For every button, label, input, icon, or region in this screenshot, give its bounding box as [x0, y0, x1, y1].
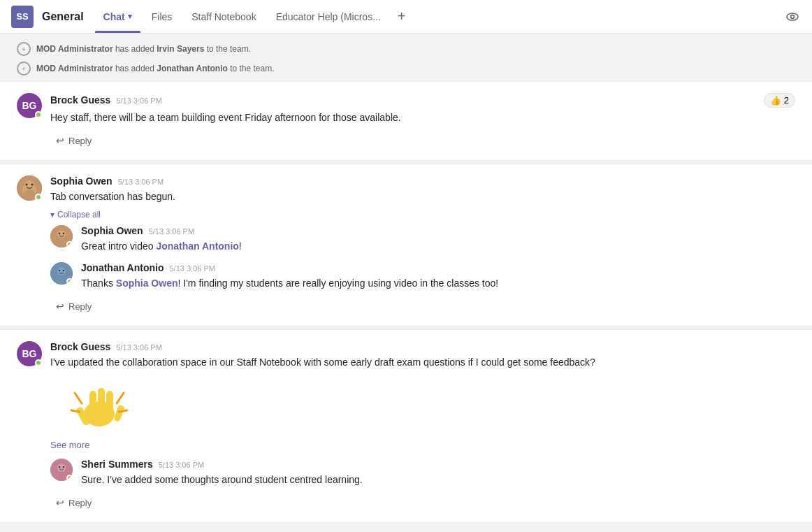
svg-point-17 — [56, 275, 67, 282]
add-member-icon: + — [17, 42, 31, 56]
collapse-all-button[interactable]: ▾ Collapse all — [50, 210, 795, 220]
tab-files[interactable]: Files — [143, 0, 181, 33]
svg-line-26 — [71, 410, 80, 412]
thread-reply-sophia: Sophia Owen 5/13 3:06 PM Great intro vid… — [50, 225, 795, 254]
message-author-brock2: Brock Guess — [50, 341, 110, 352]
reply-arrow-icon-3: ↩ — [56, 497, 64, 508]
thread-author-jonathan: Jonathan Antonio — [81, 262, 164, 273]
svg-point-1 — [791, 15, 795, 18]
svg-point-7 — [24, 189, 35, 198]
avatar-sophia — [17, 175, 42, 201]
thread-author-sheri: Sheri Summers — [81, 459, 153, 470]
reply-section-1: ↩ Reply — [50, 132, 795, 149]
header: SS General Chat ▾ Files Staff Notebook E… — [0, 0, 812, 34]
avatar-brock-1: BG — [17, 93, 42, 118]
add-member-icon-2: + — [17, 62, 31, 76]
thread-text-sheri: Sure. I've added some thoughts around st… — [81, 473, 795, 487]
avatar-brock-2: BG — [17, 341, 42, 366]
svg-rect-22 — [106, 391, 113, 413]
svg-point-6 — [31, 184, 34, 186]
system-message-1: + MOD Administrator has added Irvin Saye… — [0, 39, 812, 59]
message-time-sophia: 5/13 3:06 PM — [118, 178, 164, 186]
sticker-wrap — [50, 375, 795, 434]
svg-line-27 — [119, 410, 127, 412]
message-text-1: Hey staff, there will be a team building… — [50, 110, 795, 125]
thread-avatar-sheri — [50, 459, 73, 481]
svg-point-15 — [59, 270, 60, 271]
thread-time-sophia: 5/13 3:06 PM — [149, 227, 194, 236]
thread-text-sophia: Great intro video Jonathan Antonio! — [81, 239, 795, 254]
message-row-1: BG Brock Guess 5/13 3:06 PM 👍 2 Hey staf… — [17, 93, 795, 125]
thread-avatar-jonathan — [50, 262, 73, 285]
user-avatar: SS — [11, 6, 34, 28]
svg-point-30 — [59, 466, 60, 468]
message-time-brock2: 5/13 3:06 PM — [116, 343, 161, 352]
reply-button-1[interactable]: ↩ Reply — [50, 132, 97, 149]
message-row-3: BG Brock Guess 5/13 3:06 PM I've updated… — [17, 341, 795, 450]
svg-line-25 — [117, 393, 124, 403]
thread-replies-3: Sheri Summers 5/13 3:06 PM Sure. I've ad… — [50, 459, 795, 487]
thread-status-sophia — [66, 241, 73, 247]
reply-arrow-icon-2: ↩ — [56, 301, 64, 312]
tab-staff-notebook[interactable]: Staff Notebook — [183, 0, 264, 33]
thread-text-jonathan: Thanks Sophia Owen! I'm finding my stude… — [81, 276, 795, 291]
message-group-3: BG Brock Guess 5/13 3:06 PM I've updated… — [0, 329, 812, 523]
status-indicator — [35, 194, 42, 201]
message-time: 5/13 3:06 PM — [116, 96, 161, 105]
message-author-sophia: Sophia Owen — [50, 175, 113, 187]
reaction-thumbsup[interactable]: 👍 2 — [764, 93, 795, 108]
svg-point-29 — [57, 463, 66, 472]
status-indicator-brock2 — [35, 359, 42, 366]
reply-section-3: ↩ Reply — [50, 494, 795, 511]
tab-chat[interactable]: Chat ▾ — [95, 0, 140, 33]
svg-point-9 — [57, 230, 66, 238]
message-content-1: Brock Guess 5/13 3:06 PM 👍 2 Hey staff, … — [50, 93, 795, 125]
thread-avatar-sophia — [50, 225, 73, 247]
reply-button-3[interactable]: ↩ Reply — [50, 494, 97, 511]
header-tabs: Chat ▾ Files Staff Notebook Educator Hel… — [95, 0, 406, 33]
svg-rect-20 — [89, 391, 96, 413]
svg-point-11 — [63, 233, 64, 234]
channel-name: General — [42, 10, 84, 23]
svg-point-31 — [63, 466, 64, 468]
message-author: Brock Guess — [50, 94, 110, 106]
thread-replies-2: Sophia Owen 5/13 3:06 PM Great intro vid… — [50, 225, 795, 291]
thread-status-jonathan — [66, 278, 73, 285]
svg-point-32 — [56, 471, 67, 478]
svg-point-14 — [57, 267, 66, 275]
see-more-button[interactable]: See more — [50, 440, 795, 450]
message-group-2: Sophia Owen 5/13 3:06 PM Tab conversatio… — [0, 164, 812, 326]
message-text-2: Tab conversation has begun. — [50, 189, 795, 204]
tab-educator-help[interactable]: Educator Help (Micros... — [268, 0, 389, 33]
status-indicator — [35, 111, 42, 118]
thread-author-sophia: Sophia Owen — [81, 225, 143, 236]
svg-line-24 — [75, 393, 82, 403]
eye-icon[interactable] — [784, 8, 801, 25]
reply-button-2[interactable]: ↩ Reply — [50, 298, 97, 315]
chat-area: + MOD Administrator has added Irvin Saye… — [0, 34, 812, 532]
add-tab-button[interactable]: + — [398, 8, 406, 24]
svg-point-10 — [59, 233, 60, 234]
svg-rect-21 — [98, 388, 105, 413]
reply-arrow-icon: ↩ — [56, 135, 64, 146]
svg-point-16 — [63, 270, 64, 271]
message-group-1: BG Brock Guess 5/13 3:06 PM 👍 2 Hey staf… — [0, 81, 812, 161]
message-row-2: Sophia Owen 5/13 3:06 PM Tab conversatio… — [17, 175, 795, 204]
thread-time-jonathan: 5/13 3:06 PM — [169, 264, 215, 273]
svg-point-0 — [787, 13, 798, 20]
thread-reply-jonathan: Jonathan Antonio 5/13 3:06 PM Thanks Sop… — [50, 262, 795, 291]
mention-jonathan: Jonathan Antonio — [156, 240, 238, 252]
svg-point-5 — [26, 184, 28, 186]
svg-rect-23 — [113, 404, 125, 422]
thread-status-sheri — [66, 475, 73, 481]
system-message-2: + MOD Administrator has added Jonathan A… — [0, 59, 812, 78]
svg-point-12 — [56, 238, 67, 245]
message-content-3: Brock Guess 5/13 3:06 PM I've updated th… — [50, 341, 795, 450]
message-content-2: Sophia Owen 5/13 3:06 PM Tab conversatio… — [50, 175, 795, 204]
thread-time-sheri: 5/13 3:06 PM — [159, 461, 204, 469]
thread-reply-sheri: Sheri Summers 5/13 3:06 PM Sure. I've ad… — [50, 459, 795, 487]
mention-sophia: Sophia Owen — [116, 278, 178, 289]
reply-section-2: ↩ Reply — [50, 298, 795, 315]
message-text-3: I've updated the collaboration space in … — [50, 355, 795, 370]
